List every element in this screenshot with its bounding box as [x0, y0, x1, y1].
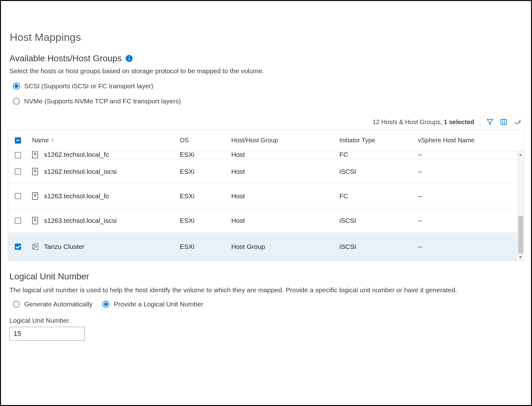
protocol-nvme-label: NVMe (Supports NVMe TCP and FC transport… — [24, 97, 181, 105]
row-initiator: FC — [339, 192, 348, 200]
row-checkbox[interactable] — [15, 152, 21, 158]
lun-description: The logical unit number is used to help … — [9, 285, 481, 295]
col-type-header[interactable]: Host/Host Group — [227, 137, 335, 144]
columns-icon[interactable] — [500, 118, 508, 126]
row-checkbox[interactable] — [15, 217, 21, 224]
scrollbar[interactable]: ▲ ▼ — [517, 151, 524, 261]
row-os: ESXi — [180, 217, 195, 224]
svg-rect-1 — [129, 58, 129, 60]
svg-rect-16 — [34, 219, 36, 219]
lun-field-label: Logical Unit Number — [9, 317, 525, 324]
select-all-checkbox[interactable] — [15, 137, 21, 144]
lun-auto-radio[interactable]: Generate Automatically — [13, 300, 92, 308]
protocol-scsi-radio[interactable]: SCSI (Supports iSCSI or FC transport lay… — [13, 82, 525, 90]
row-initiator: iSCSI — [339, 168, 356, 175]
row-name: s1263.techsol.local_fc — [44, 192, 109, 200]
lun-title: Logical Unit Number — [9, 272, 525, 282]
lun-manual-radio[interactable]: Provide a Logical Unit Number — [102, 300, 203, 308]
row-checkbox[interactable] — [15, 244, 21, 250]
table-row[interactable]: Tanzu Cluster ESXi Host Group iSCSI -- — [8, 233, 524, 261]
table-row[interactable]: s1263.techsol.local_fc ESXi Host FC -- — [8, 184, 524, 208]
svg-rect-17 — [34, 220, 36, 221]
lun-input[interactable] — [9, 327, 85, 341]
svg-rect-21 — [35, 246, 37, 247]
row-os: ESXi — [180, 151, 195, 158]
svg-rect-11 — [34, 171, 36, 172]
svg-rect-8 — [34, 154, 36, 155]
host-icon — [32, 192, 38, 200]
host-icon — [32, 217, 38, 224]
col-name-label: Name — [32, 137, 49, 144]
row-vsphere: -- — [418, 168, 422, 175]
row-type: Host — [231, 192, 245, 200]
scroll-up-icon[interactable]: ▲ — [517, 151, 524, 158]
available-hosts-title: Available Hosts/Host Groups — [9, 53, 122, 63]
divider — [480, 118, 480, 126]
svg-rect-2 — [129, 57, 129, 58]
row-os: ESXi — [180, 168, 195, 175]
filter-icon[interactable] — [486, 118, 494, 126]
scroll-thumb[interactable] — [518, 216, 523, 254]
lun-auto-label: Generate Automatically — [24, 300, 92, 308]
hosts-table: Name ↑ OS Host/Host Group Initiator Type… — [8, 129, 524, 261]
table-row[interactable]: s1262.techsol.local_fc ESXi Host FC -- — [8, 151, 524, 159]
hosts-count-text: 12 Hosts & Host Groups, 1 selected — [373, 118, 474, 126]
col-vsphere-header[interactable]: vSphere Host Name — [414, 137, 517, 144]
table-header: Name ↑ OS Host/Host Group Initiator Type… — [8, 130, 524, 151]
row-vsphere: -- — [418, 192, 422, 200]
row-initiator: iSCSI — [339, 217, 356, 224]
table-row[interactable]: s1262.techsol.local_iscsi ESXi Host iSCS… — [8, 159, 524, 184]
row-vsphere: -- — [418, 243, 422, 250]
svg-rect-20 — [35, 245, 37, 246]
row-type: Host Group — [231, 243, 265, 250]
svg-rect-22 — [35, 247, 37, 248]
row-type: Host — [231, 168, 245, 175]
row-name: s1263.techsol.local_iscsi — [44, 217, 117, 224]
col-os-header[interactable]: OS — [175, 137, 227, 144]
svg-rect-14 — [34, 195, 36, 196]
row-os: ESXi — [180, 243, 195, 250]
protocol-scsi-label: SCSI (Supports iSCSI or FC transport lay… — [24, 82, 153, 90]
row-checkbox[interactable] — [15, 193, 21, 199]
row-initiator: FC — [339, 151, 348, 158]
row-name: Tanzu Cluster — [44, 243, 84, 250]
svg-rect-19 — [34, 244, 38, 250]
table-body: s1262.techsol.local_fc ESXi Host FC -- s… — [8, 151, 524, 261]
row-vsphere: -- — [418, 217, 422, 224]
radio-icon — [102, 301, 109, 308]
info-icon[interactable] — [125, 55, 133, 62]
svg-rect-10 — [34, 170, 36, 170]
svg-rect-7 — [34, 153, 36, 153]
row-checkbox[interactable] — [15, 168, 21, 175]
row-type: Host — [231, 217, 245, 224]
row-name: s1262.techsol.local_iscsi — [44, 168, 117, 175]
row-os: ESXi — [180, 192, 195, 200]
radio-icon — [13, 83, 20, 90]
row-initiator: iSCSI — [339, 243, 356, 250]
hosts-description: Select the hosts or host groups based on… — [9, 67, 525, 75]
page-title: Host Mappings — [10, 31, 525, 43]
protocol-nvme-radio[interactable]: NVMe (Supports NVMe TCP and FC transport… — [13, 97, 525, 105]
row-name: s1262.techsol.local_fc — [44, 151, 109, 158]
scroll-down-icon[interactable]: ▼ — [517, 254, 524, 261]
radio-icon — [13, 301, 20, 308]
svg-rect-13 — [34, 194, 36, 195]
row-vsphere: -- — [418, 151, 422, 158]
svg-rect-3 — [501, 119, 507, 124]
table-row[interactable]: s1263.techsol.local_iscsi ESXi Host iSCS… — [8, 208, 524, 233]
col-initiator-header[interactable]: Initiator Type — [335, 137, 414, 144]
sort-asc-icon: ↑ — [51, 137, 54, 144]
refresh-icon[interactable] — [513, 118, 522, 126]
lun-manual-label: Provide a Logical Unit Number — [114, 300, 203, 308]
radio-icon — [13, 98, 20, 105]
host-icon — [32, 168, 38, 175]
col-name-header[interactable]: Name ↑ — [28, 137, 175, 144]
row-type: Host — [231, 151, 245, 158]
host-icon — [32, 151, 38, 158]
host-group-icon — [32, 243, 38, 250]
